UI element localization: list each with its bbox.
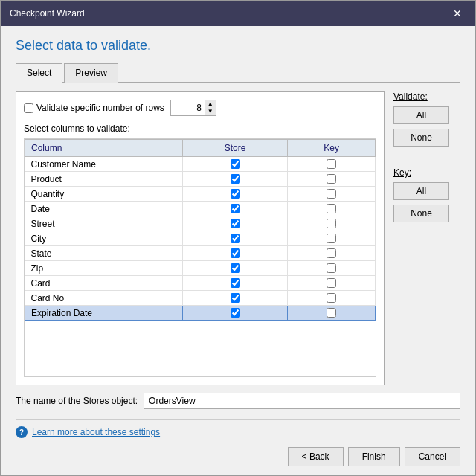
store-checkbox[interactable]	[231, 189, 240, 199]
key-checkbox[interactable]	[327, 263, 336, 273]
validate-rows-row: Validate specific number of rows ▲ ▼	[24, 100, 376, 116]
store-checkbox[interactable]	[231, 308, 240, 318]
col-store-cell[interactable]	[182, 216, 287, 231]
key-checkbox[interactable]	[327, 248, 336, 258]
store-checkbox[interactable]	[231, 263, 240, 273]
col-key-cell[interactable]	[288, 216, 376, 231]
key-checkbox[interactable]	[327, 189, 336, 199]
store-checkbox[interactable]	[231, 278, 240, 288]
col-key-cell[interactable]	[288, 202, 376, 216]
tab-preview[interactable]: Preview	[64, 63, 118, 83]
divider	[16, 419, 460, 420]
cancel-button[interactable]: Cancel	[405, 447, 460, 466]
store-checkbox[interactable]	[231, 204, 240, 213]
col-key-cell[interactable]	[288, 157, 376, 172]
validate-none-button[interactable]: None	[393, 129, 449, 147]
validate-all-button[interactable]: All	[393, 106, 449, 124]
store-checkbox[interactable]	[231, 174, 240, 184]
table-row[interactable]: Street	[25, 216, 376, 231]
key-checkbox[interactable]	[327, 174, 336, 184]
table-row[interactable]: Zip	[25, 261, 376, 276]
key-none-button[interactable]: None	[393, 205, 449, 222]
col-name-cell: Zip	[25, 261, 183, 276]
key-all-button[interactable]: All	[393, 182, 449, 200]
col-name-cell: State	[25, 246, 183, 261]
help-row: ? Learn more about these settings	[16, 426, 460, 438]
tab-select[interactable]: Select	[16, 63, 62, 83]
store-checkbox[interactable]	[231, 293, 240, 303]
col-key-cell[interactable]	[288, 172, 376, 187]
main-area: Validate specific number of rows ▲ ▼ Sel…	[16, 91, 460, 385]
col-header-key: Key	[288, 140, 376, 157]
col-name-cell: Street	[25, 216, 183, 231]
stores-input[interactable]	[144, 393, 460, 409]
help-link[interactable]: Learn more about these settings	[32, 427, 160, 437]
col-store-cell[interactable]	[182, 202, 287, 216]
validate-rows-label[interactable]: Validate specific number of rows	[24, 103, 164, 113]
title-bar: Checkpoint Wizard ✕	[1, 1, 475, 26]
col-key-cell[interactable]	[288, 276, 376, 291]
col-store-cell[interactable]	[182, 157, 287, 172]
left-panel: Validate specific number of rows ▲ ▼ Sel…	[16, 91, 385, 385]
spinner-down-button[interactable]: ▼	[205, 108, 216, 115]
col-store-cell[interactable]	[182, 172, 287, 187]
footer-buttons: < Back Finish Cancel	[16, 447, 460, 466]
col-key-cell[interactable]	[288, 231, 376, 246]
dialog-title: Checkpoint Wizard	[10, 8, 85, 19]
col-key-cell[interactable]	[288, 306, 376, 321]
spinner-buttons: ▲ ▼	[205, 100, 216, 115]
store-checkbox[interactable]	[231, 248, 240, 258]
close-button[interactable]: ✕	[448, 7, 466, 20]
col-key-cell[interactable]	[288, 291, 376, 306]
key-checkbox[interactable]	[327, 219, 336, 228]
table-row[interactable]: State	[25, 246, 376, 261]
table-row[interactable]: Card	[25, 276, 376, 291]
table-row[interactable]: Quantity	[25, 187, 376, 202]
col-name-cell: Date	[25, 202, 183, 216]
key-checkbox[interactable]	[327, 293, 336, 303]
key-checkbox[interactable]	[327, 204, 336, 213]
columns-table: Column Store Key Customer NameProductQua…	[24, 138, 376, 377]
col-name-cell: Card	[25, 276, 183, 291]
col-header-store: Store	[182, 140, 287, 157]
key-checkbox[interactable]	[327, 234, 336, 243]
col-key-cell[interactable]	[288, 187, 376, 202]
validate-rows-checkbox[interactable]	[24, 103, 33, 113]
table-row[interactable]: City	[25, 231, 376, 246]
col-key-cell[interactable]	[288, 246, 376, 261]
col-store-cell[interactable]	[182, 187, 287, 202]
finish-button[interactable]: Finish	[348, 447, 400, 466]
col-store-cell[interactable]	[182, 246, 287, 261]
col-name-cell: Product	[25, 172, 183, 187]
back-button[interactable]: < Back	[288, 447, 344, 466]
bottom-area: The name of the Stores object: ? Learn m…	[16, 393, 460, 466]
key-checkbox[interactable]	[327, 159, 336, 169]
stores-label: The name of the Stores object:	[16, 396, 138, 406]
right-panel: Validate: All None Key: All None	[393, 91, 460, 385]
spinner-up-button[interactable]: ▲	[205, 100, 216, 108]
table-row[interactable]: Customer Name	[25, 157, 376, 172]
col-store-cell[interactable]	[182, 276, 287, 291]
col-store-cell[interactable]	[182, 231, 287, 246]
col-name-cell: Expiration Date	[25, 306, 183, 321]
page-title: Select data to validate.	[16, 38, 460, 54]
row-count-input[interactable]	[171, 102, 205, 114]
col-store-cell[interactable]	[182, 306, 287, 321]
store-checkbox[interactable]	[231, 219, 240, 228]
store-checkbox[interactable]	[231, 234, 240, 243]
col-header-column: Column	[25, 140, 183, 157]
col-store-cell[interactable]	[182, 291, 287, 306]
key-checkbox[interactable]	[327, 278, 336, 288]
table-row[interactable]: Expiration Date	[25, 306, 376, 321]
columns-section-label: Select columns to validate:	[24, 123, 376, 134]
table-row[interactable]: Date	[25, 202, 376, 216]
table-row[interactable]: Product	[25, 172, 376, 187]
row-count-spinner: ▲ ▼	[170, 100, 216, 116]
table-row[interactable]: Card No	[25, 291, 376, 306]
store-checkbox[interactable]	[231, 159, 240, 169]
dialog-content: Select data to validate. Select Preview …	[1, 26, 475, 475]
tab-strip: Select Preview	[16, 62, 460, 83]
col-key-cell[interactable]	[288, 261, 376, 276]
key-checkbox[interactable]	[327, 308, 336, 318]
col-store-cell[interactable]	[182, 261, 287, 276]
